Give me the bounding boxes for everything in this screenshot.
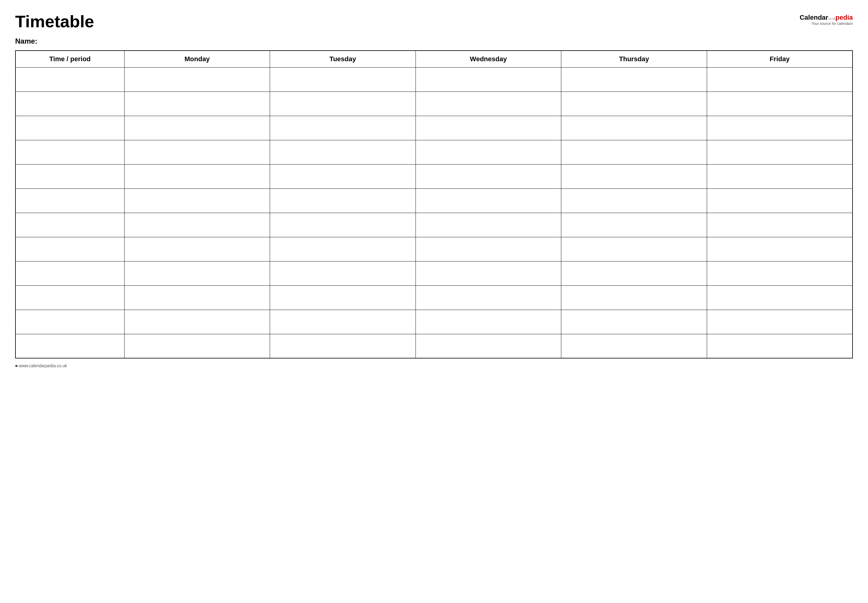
logo: Calendarco.ukpedia Your source for calen…	[800, 14, 853, 26]
timetable: Time / period Monday Tuesday Wednesday T…	[15, 50, 853, 359]
table-row	[15, 310, 853, 334]
name-row: Name:	[15, 37, 853, 45]
table-row	[15, 140, 853, 164]
day-cell[interactable]	[270, 310, 416, 334]
day-cell[interactable]	[707, 189, 853, 213]
day-cell[interactable]	[561, 310, 707, 334]
day-cell[interactable]	[707, 91, 853, 116]
day-cell[interactable]	[416, 116, 561, 140]
day-cell[interactable]	[561, 91, 707, 116]
day-cell[interactable]	[270, 261, 416, 285]
day-cell[interactable]	[270, 213, 416, 237]
day-cell[interactable]	[561, 140, 707, 164]
day-cell[interactable]	[270, 189, 416, 213]
day-cell[interactable]	[270, 140, 416, 164]
day-cell[interactable]	[124, 164, 270, 189]
day-cell[interactable]	[416, 213, 561, 237]
day-cell[interactable]	[124, 334, 270, 358]
name-label: Name:	[15, 37, 37, 45]
col-header-time: Time / period	[15, 51, 124, 68]
day-cell[interactable]	[124, 213, 270, 237]
day-cell[interactable]	[416, 91, 561, 116]
time-cell[interactable]	[15, 116, 124, 140]
table-row	[15, 91, 853, 116]
time-cell[interactable]	[15, 237, 124, 261]
day-cell[interactable]	[416, 285, 561, 310]
table-row	[15, 116, 853, 140]
day-cell[interactable]	[561, 237, 707, 261]
logo-calendar-text: Calendar	[800, 14, 828, 22]
time-cell[interactable]	[15, 334, 124, 358]
time-cell[interactable]	[15, 67, 124, 91]
day-cell[interactable]	[124, 285, 270, 310]
table-row	[15, 285, 853, 310]
day-cell[interactable]	[416, 334, 561, 358]
header: Timetable Calendarco.ukpedia Your source…	[15, 12, 853, 31]
footer-url: ■ www.calendarpedia.co.uk	[15, 363, 67, 368]
day-cell[interactable]	[270, 67, 416, 91]
day-cell[interactable]	[270, 116, 416, 140]
col-header-thursday: Thursday	[561, 51, 707, 68]
day-cell[interactable]	[124, 310, 270, 334]
time-cell[interactable]	[15, 213, 124, 237]
time-cell[interactable]	[15, 285, 124, 310]
day-cell[interactable]	[124, 261, 270, 285]
time-cell[interactable]	[15, 164, 124, 189]
time-cell[interactable]	[15, 91, 124, 116]
day-cell[interactable]	[416, 310, 561, 334]
day-cell[interactable]	[707, 213, 853, 237]
day-cell[interactable]	[416, 67, 561, 91]
col-header-monday: Monday	[124, 51, 270, 68]
page-title: Timetable	[15, 12, 94, 31]
day-cell[interactable]	[124, 91, 270, 116]
table-header-row: Time / period Monday Tuesday Wednesday T…	[15, 51, 853, 68]
logo-couk-badge: co.uk	[828, 17, 836, 21]
day-cell[interactable]	[124, 140, 270, 164]
day-cell[interactable]	[561, 164, 707, 189]
col-header-wednesday: Wednesday	[416, 51, 561, 68]
table-row	[15, 189, 853, 213]
table-row	[15, 334, 853, 358]
time-cell[interactable]	[15, 261, 124, 285]
day-cell[interactable]	[561, 189, 707, 213]
day-cell[interactable]	[707, 285, 853, 310]
day-cell[interactable]	[707, 140, 853, 164]
day-cell[interactable]	[561, 261, 707, 285]
time-cell[interactable]	[15, 140, 124, 164]
day-cell[interactable]	[416, 189, 561, 213]
day-cell[interactable]	[561, 213, 707, 237]
day-cell[interactable]	[707, 116, 853, 140]
table-row	[15, 213, 853, 237]
day-cell[interactable]	[270, 237, 416, 261]
day-cell[interactable]	[561, 67, 707, 91]
day-cell[interactable]	[707, 237, 853, 261]
table-row	[15, 164, 853, 189]
day-cell[interactable]	[124, 237, 270, 261]
day-cell[interactable]	[416, 164, 561, 189]
day-cell[interactable]	[561, 334, 707, 358]
day-cell[interactable]	[124, 67, 270, 91]
table-row	[15, 237, 853, 261]
day-cell[interactable]	[270, 334, 416, 358]
col-header-tuesday: Tuesday	[270, 51, 416, 68]
time-cell[interactable]	[15, 310, 124, 334]
day-cell[interactable]	[561, 285, 707, 310]
day-cell[interactable]	[707, 164, 853, 189]
logo-pedia-text: pedia	[836, 14, 853, 22]
day-cell[interactable]	[124, 189, 270, 213]
table-row	[15, 261, 853, 285]
logo-tagline: Your source for calendars	[800, 22, 853, 26]
day-cell[interactable]	[416, 140, 561, 164]
day-cell[interactable]	[270, 285, 416, 310]
day-cell[interactable]	[707, 261, 853, 285]
time-cell[interactable]	[15, 189, 124, 213]
day-cell[interactable]	[416, 237, 561, 261]
day-cell[interactable]	[416, 261, 561, 285]
day-cell[interactable]	[707, 310, 853, 334]
day-cell[interactable]	[124, 116, 270, 140]
day-cell[interactable]	[561, 116, 707, 140]
day-cell[interactable]	[707, 334, 853, 358]
day-cell[interactable]	[707, 67, 853, 91]
day-cell[interactable]	[270, 164, 416, 189]
day-cell[interactable]	[270, 91, 416, 116]
